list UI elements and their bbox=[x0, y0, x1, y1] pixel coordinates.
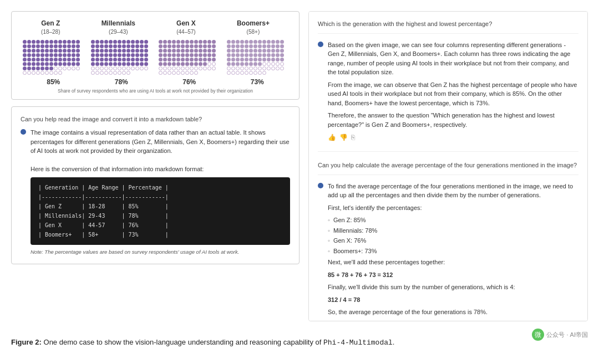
left-chat-box: Can you help read the image and convert … bbox=[11, 106, 300, 264]
gen-label-millennials: Millennials (29–43) bbox=[101, 19, 135, 35]
left-chat-text: The image contains a visual representati… bbox=[31, 128, 290, 256]
dot-grid: 85% 78% 76% 73% bbox=[21, 40, 290, 86]
right-bullet-1 bbox=[318, 42, 323, 47]
right-answer-2: To find the average percentage of the fo… bbox=[318, 182, 578, 320]
bullet-item-1: Millennials: 78% bbox=[328, 226, 578, 235]
bullet-list: Gen Z: 85% Millennials: 78% Gen X: 76% B… bbox=[328, 216, 578, 255]
right-panel: Which is the generation with the highest… bbox=[308, 11, 588, 321]
section-divider bbox=[318, 151, 578, 152]
right-question-2: Can you help calculate the average perce… bbox=[318, 161, 578, 175]
bullet-item-3: Boomers+: 73% bbox=[328, 247, 578, 256]
caption-mono: Phi-4-Multimodal bbox=[323, 339, 393, 347]
markdown-table: | Generation | Age Range | Percentage | … bbox=[31, 177, 290, 245]
chart-footnote: Share of survey respondents who are usin… bbox=[21, 88, 290, 94]
chat-bullet-icon bbox=[21, 129, 26, 135]
thumbs-down-icon[interactable]: 👎 bbox=[339, 132, 348, 142]
caption-area: Figure 2: One demo case to show the visi… bbox=[0, 332, 599, 349]
right-text-2: To find the average percentage of the fo… bbox=[328, 182, 578, 320]
right-answer-1: Based on the given image, we can see fou… bbox=[318, 40, 578, 143]
dot-col-genx: 76% bbox=[159, 40, 220, 86]
chart-box: Gen Z (18–28) Millennials (29–43) Gen X … bbox=[11, 11, 300, 100]
right-bullet-2 bbox=[318, 183, 323, 188]
main-container: Gen Z (18–28) Millennials (29–43) Gen X … bbox=[0, 0, 599, 332]
dot-col-boomers: 73% bbox=[227, 40, 288, 86]
pct-genz: 85% bbox=[47, 78, 60, 86]
caption-period: . bbox=[393, 338, 395, 346]
gen-label-genz: Gen Z (18–28) bbox=[41, 19, 60, 35]
calc-1: 85 + 78 + 76 + 73 = 312 bbox=[328, 270, 578, 280]
calc-2: 312 / 4 = 78 bbox=[328, 295, 578, 305]
gen-label-genx: Gen X (44–57) bbox=[176, 19, 196, 35]
pct-genx: 76% bbox=[182, 78, 196, 86]
watermark-text: 公众号 · AI帝国 bbox=[546, 331, 588, 339]
right-text-1: Based on the given image, we can see fou… bbox=[328, 40, 578, 143]
wechat-icon: 微 bbox=[532, 329, 544, 341]
dot-col-genz: 85% bbox=[23, 40, 84, 86]
figure-label: Figure 2: bbox=[11, 338, 42, 346]
right-question-1: Which is the generation with the highest… bbox=[318, 19, 578, 34]
left-chat-question: Can you help read the image and convert … bbox=[21, 115, 290, 124]
caption-text: One demo case to show the vision-languag… bbox=[44, 338, 322, 346]
copy-icon[interactable]: ⎘ bbox=[351, 132, 355, 142]
pct-millennials: 78% bbox=[115, 78, 128, 86]
thumbs-up-icon[interactable]: 👍 bbox=[328, 132, 336, 142]
chart-header: Gen Z (18–28) Millennials (29–43) Gen X … bbox=[21, 19, 290, 35]
note-text: Note: The percentage values are based on… bbox=[31, 248, 290, 256]
gen-label-boomers: Boomers+ (58+) bbox=[237, 19, 270, 35]
bullet-item-0: Gen Z: 85% bbox=[328, 216, 578, 225]
bullet-item-2: Gen X: 76% bbox=[328, 236, 578, 245]
pct-boomers: 73% bbox=[251, 78, 264, 86]
watermark: 微 公众号 · AI帝国 bbox=[532, 329, 588, 341]
left-chat-answer: The image contains a visual representati… bbox=[21, 128, 290, 256]
dot-col-millennials: 78% bbox=[91, 40, 152, 86]
feedback-icons: 👍 👎 ⎘ bbox=[328, 132, 578, 142]
left-panel: Gen Z (18–28) Millennials (29–43) Gen X … bbox=[11, 11, 300, 321]
